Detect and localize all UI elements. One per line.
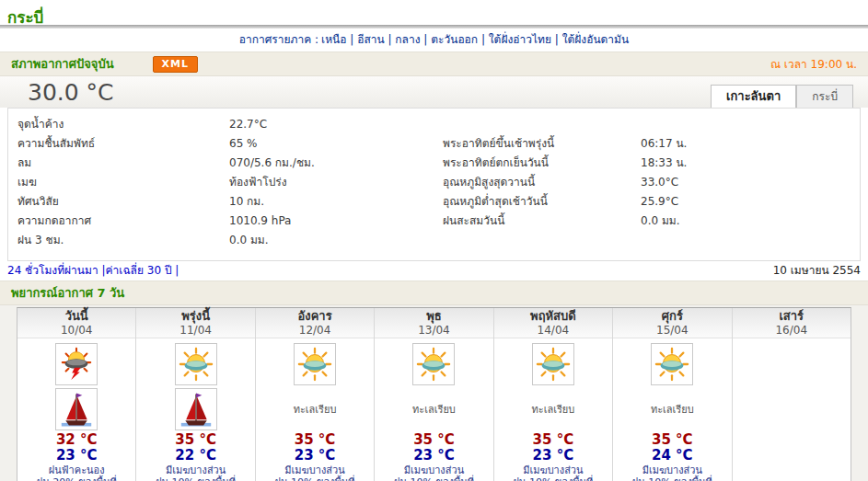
detail-row: อุณหภูมิสูงสุดวานนี้33.0°C [443, 173, 860, 192]
forecast-title: พยากรณ์อากาศ 7 วัน [11, 283, 124, 303]
current-details-panel: จุดน้ำค้าง22.7°C ความชื้นสัมพัทธ์65 % ลม… [7, 108, 861, 261]
low-temperature: 23 °C [17, 448, 135, 464]
nav-link-northeast[interactable]: อีสาน [357, 33, 395, 46]
observation-time: ณ เวลา 19:00 น. [770, 55, 857, 73]
nav-link-north[interactable]: เหนือ [321, 33, 357, 46]
detail-value: 65 % [229, 137, 258, 150]
link-30-year-average[interactable]: ค่าเฉลี่ย 30 ปี [106, 262, 179, 279]
detail-value: 070/5.6 กม./ชม. [229, 156, 315, 169]
low-temperature: 23 °C [494, 448, 612, 464]
forecast-day-column-3: พุธ 13/04 ทะเลเรียบ 35 °C 23 °C มีเมฆบาง… [374, 308, 492, 481]
sea-state-text: ทะเลเรียบ [532, 401, 575, 418]
low-temperature: 22 °C [136, 448, 254, 464]
high-temperature: 35 °C [136, 432, 254, 448]
detail-value: 1010.9 hPa [229, 214, 291, 227]
nav-link-south-gulf[interactable]: ใต้ฝั่งอ่าวไทย [489, 33, 562, 46]
weather-description: มีเมฆบางส่วน [136, 464, 254, 476]
sea-state-row: ทะเลเรียบ [494, 388, 612, 430]
forecast-day-header: พรุ่งนี้ 11/04 [136, 308, 254, 338]
detail-row: ทัศนวิสัย10 กม. [17, 192, 443, 212]
forecast-day-date: 13/04 [375, 324, 492, 337]
xml-feed-button[interactable]: XML [153, 56, 198, 73]
current-date: 10 เมษายน 2554 [773, 262, 861, 279]
forecast-day-header: พุธ 13/04 [375, 308, 492, 338]
nav-link-east[interactable]: ตะวันออก [431, 33, 489, 46]
detail-value: 18:33 น. [641, 156, 687, 169]
details-left-column: จุดน้ำค้าง22.7°C ความชื้นสัมพัทธ์65 % ลม… [8, 115, 443, 250]
detail-label: จุดน้ำค้าง [17, 115, 229, 134]
history-links-row: 24 ชั่วโมงที่ผ่านมา ค่าเฉลี่ย 30 ปี 10 เ… [7, 262, 861, 279]
sailboat-icon [60, 391, 93, 429]
detail-row: ฝนสะสมวันนี้0.0 มม. [443, 212, 860, 231]
forecast-day-date: 10/04 [17, 324, 135, 337]
forecast-day-date: 16/04 [733, 324, 851, 337]
weather-description: มีเมฆบางส่วน [613, 464, 731, 476]
detail-label: ความชื้นสัมพัทธ์ [17, 134, 229, 154]
sun-cloud-lightning-icon [59, 347, 94, 382]
forecast-day-date: 12/04 [256, 324, 374, 337]
detail-value: ท้องฟ้าโปร่ง [229, 176, 287, 189]
rain-chance: ฝน 10% ของพื้นที่ [613, 476, 731, 481]
detail-label: ฝน 3 ชม. [17, 231, 229, 250]
weather-description: ฝนฟ้าคะนอง [17, 464, 135, 476]
link-past-24-hours[interactable]: 24 ชั่วโมงที่ผ่านมา [7, 262, 106, 279]
sea-state-text: ทะเลเรียบ [412, 401, 456, 418]
sea-state-row: ทะเลเรียบ [613, 388, 731, 430]
detail-row: ฝน 3 ชม.0.0 มม. [17, 231, 443, 250]
detail-value: 25.9°C [641, 195, 678, 208]
detail-label: ฝนสะสมวันนี้ [443, 212, 641, 231]
forecast-section: วันนี้ 10/04 32 °C 23 °C ฝนฟ้าคะนอง ฝน 2… [0, 305, 868, 481]
sun-cloud-icon [654, 347, 689, 382]
detail-label: พระอาทิตย์ขึ้นเช้าพรุ่งนี้ [443, 134, 641, 154]
sea-state-text: ทะเลเรียบ [294, 401, 337, 418]
sea-icon-box [175, 388, 217, 430]
detail-row: ความกดอากาศ1010.9 hPa [17, 212, 443, 231]
tab-krabi[interactable]: กระบี่ [796, 85, 853, 108]
current-temperature: 30.0 °C [28, 79, 114, 106]
detail-label: ทัศนวิสัย [17, 192, 229, 212]
station-tabs: เกาะลันตา กระบี่ [711, 85, 853, 108]
weather-icon-box [294, 343, 336, 385]
weather-icon-box [175, 343, 217, 385]
detail-value: 06:17 น. [641, 137, 687, 150]
forecast-day-column-0: วันนี้ 10/04 32 °C 23 °C ฝนฟ้าคะนอง ฝน 2… [17, 308, 135, 481]
sea-icon-box [55, 388, 98, 430]
detail-value: 10 กม. [229, 195, 264, 208]
sea-state-text: ทะเลเรียบ [651, 401, 694, 418]
weather-icon-box [532, 343, 574, 385]
detail-value: 0.0 มม. [641, 214, 680, 227]
high-temperature: 35 °C [256, 432, 374, 448]
nav-link-south-andaman[interactable]: ใต้ฝั่งอันดามัน [562, 33, 630, 46]
nav-link-central[interactable]: กลาง [395, 33, 431, 46]
sun-cloud-icon [297, 347, 332, 382]
detail-value: 0.0 มม. [229, 234, 269, 246]
sea-state-row [136, 388, 254, 430]
weather-description: มีเมฆบางส่วน [494, 464, 612, 476]
detail-row: ความชื้นสัมพัทธ์65 % [17, 134, 443, 154]
detail-value: 22.7°C [229, 118, 267, 131]
detail-row: เมฆท้องฟ้าโปร่ง [17, 173, 443, 192]
rain-chance: ฝน 10% ของพื้นที่ [375, 476, 492, 481]
region-nav: อากาศรายภาค :เหนืออีสานกลางตะวันออกใต้ฝั… [0, 30, 868, 50]
details-right-column: พระอาทิตย์ขึ้นเช้าพรุ่งนี้06:17 น. พระอา… [443, 115, 860, 250]
high-temperature: 35 °C [494, 432, 612, 448]
rain-chance: ฝน 10% ของพื้นที่ [494, 476, 612, 481]
tab-koh-lanta[interactable]: เกาะลันตา [711, 85, 796, 108]
forecast-day-column-5: ศุกร์ 15/04 ทะเลเรียบ 35 °C 24 °C มีเมฆบ… [612, 308, 731, 481]
rain-chance: ฝน 10% ของพื้นที่ [136, 476, 254, 481]
forecast-table: วันนี้ 10/04 32 °C 23 °C ฝนฟ้าคะนอง ฝน 2… [17, 307, 851, 481]
weather-page: กระบี่ อากาศรายภาค :เหนืออีสานกลางตะวันอ… [0, 0, 868, 481]
detail-row: พระอาทิตย์ขึ้นเช้าพรุ่งนี้06:17 น. [443, 134, 860, 154]
detail-value: 33.0°C [641, 176, 678, 189]
forecast-day-date: 15/04 [613, 324, 731, 337]
forecast-day-header: วันนี้ 10/04 [17, 308, 135, 338]
title-divider [0, 25, 868, 29]
forecast-day-name: พุธ [375, 309, 492, 324]
forecast-day-header: เสาร์ 16/04 [733, 308, 851, 338]
page-title: กระบี่ [0, 0, 868, 25]
weather-description: มีเมฆบางส่วน [256, 464, 374, 476]
sea-state-row: ทะเลเรียบ [256, 388, 374, 430]
detail-row: จุดน้ำค้าง22.7°C [17, 115, 443, 134]
sea-state-row [17, 388, 135, 430]
rain-chance: ฝน 20% ของพื้นที่ [17, 476, 135, 481]
